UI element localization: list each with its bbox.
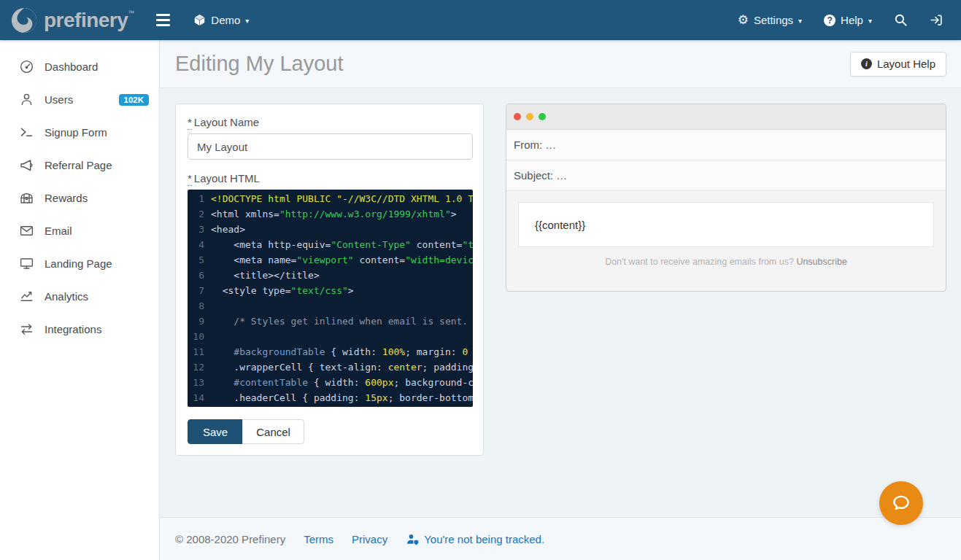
layout-help-button[interactable]: i Layout Help xyxy=(850,52,946,77)
unsubscribe-text: Don't want to receive amazing emails fro… xyxy=(605,257,796,267)
traffic-light-red-icon xyxy=(514,113,521,120)
preview-titlebar xyxy=(506,104,946,130)
sidebar-item-label: Dashboard xyxy=(45,61,98,73)
brand-logo[interactable]: prefinery ™ xyxy=(0,7,134,34)
sidebar-item-signup-form[interactable]: Signup Form xyxy=(0,116,159,149)
content-area: *Layout Name *Layout HTML 1<!DOCTYPE htm… xyxy=(160,88,961,517)
traffic-light-yellow-icon xyxy=(526,113,533,120)
required-marker: * xyxy=(188,116,192,130)
sidebar-item-label: Analytics xyxy=(45,290,88,303)
sidebar-item-label: Referral Page xyxy=(45,159,112,171)
code-editor[interactable]: 1<!DOCTYPE html PUBLIC "-//W3C//DTD XHTM… xyxy=(188,190,473,407)
trademark-symbol: ™ xyxy=(128,9,134,17)
brand-name: prefinery xyxy=(44,7,128,34)
traffic-light-green-icon xyxy=(539,113,546,120)
sidebar-item-users[interactable]: Users 102K xyxy=(0,83,159,116)
navbar: prefinery ™ Demo ▾ ⚙ Settings ▾ ? Help ▾ xyxy=(0,0,961,40)
user-icon xyxy=(18,92,35,107)
not-tracked-label: You're not being tracked. xyxy=(424,533,544,545)
layout-edit-card: *Layout Name *Layout HTML 1<!DOCTYPE htm… xyxy=(175,104,484,456)
users-count-badge: 102K xyxy=(119,94,150,106)
terms-link[interactable]: Terms xyxy=(304,533,333,545)
preview-subject-row: Subject: … xyxy=(506,160,946,191)
help-label: Help xyxy=(841,14,863,26)
layout-html-label: *Layout HTML xyxy=(188,172,471,184)
cube-icon xyxy=(193,14,206,26)
content-placeholder-box: {{content}} xyxy=(518,202,934,247)
gear-icon: ⚙ xyxy=(738,14,749,26)
chat-bubble-icon xyxy=(890,492,912,514)
demo-dropdown[interactable]: Demo ▾ xyxy=(193,14,249,26)
settings-dropdown[interactable]: ⚙ Settings ▾ xyxy=(738,14,802,26)
main-area: Editing My Layout i Layout Help *Layout … xyxy=(160,40,961,560)
sidebar-item-email[interactable]: Email xyxy=(0,214,159,247)
sidebar-item-label: Signup Form xyxy=(45,126,107,139)
sidebar-item-label: Users xyxy=(45,93,73,106)
chevron-down-icon: ▾ xyxy=(798,17,802,25)
envelope-icon xyxy=(18,223,35,238)
sign-out-icon xyxy=(930,13,943,27)
megaphone-icon xyxy=(18,158,35,173)
required-marker: * xyxy=(188,172,192,186)
layout-name-label: *Layout Name xyxy=(188,116,471,128)
desktop-icon xyxy=(18,256,35,271)
subject-label: Subject: … xyxy=(514,169,567,182)
question-circle-icon: ? xyxy=(824,15,835,26)
unsubscribe-link[interactable]: Unsubscribe xyxy=(796,257,846,267)
exchange-arrows-icon xyxy=(18,322,35,337)
chevron-down-icon: ▾ xyxy=(245,17,249,25)
sidebar-item-integrations[interactable]: Integrations xyxy=(0,313,159,346)
search-icon xyxy=(894,13,908,27)
content-placeholder: {{content}} xyxy=(535,219,585,231)
prefinery-swirl-icon xyxy=(10,7,38,34)
sidebar: Dashboard Users 102K Signup Form Referra… xyxy=(0,40,160,560)
sidebar-item-rewards[interactable]: Rewards xyxy=(0,182,159,214)
chart-line-icon xyxy=(18,289,35,304)
code-editor-lines: 1<!DOCTYPE html PUBLIC "-//W3C//DTD XHTM… xyxy=(188,191,473,405)
page-title: Editing My Layout xyxy=(175,52,344,76)
sidebar-item-label: Rewards xyxy=(45,192,88,204)
preview-from-row: From: … xyxy=(506,130,946,160)
copyright-text: © 2008-2020 Prefinery xyxy=(175,533,285,545)
user-shield-icon xyxy=(406,532,420,546)
layout-name-input[interactable] xyxy=(188,133,473,160)
tachometer-icon xyxy=(18,59,35,74)
sidebar-item-label: Email xyxy=(45,225,72,237)
search-button[interactable] xyxy=(894,13,908,27)
hamburger-menu-icon[interactable] xyxy=(153,11,173,29)
email-preview-card: From: … Subject: … {{content}} Don't wan… xyxy=(506,104,946,292)
layout-help-label: Layout Help xyxy=(877,58,935,70)
chat-beacon-button[interactable] xyxy=(879,481,923,525)
help-dropdown[interactable]: ? Help ▾ xyxy=(824,14,872,26)
sidebar-item-analytics[interactable]: Analytics xyxy=(0,280,159,313)
cancel-button[interactable]: Cancel xyxy=(242,419,304,444)
privacy-link[interactable]: Privacy xyxy=(352,533,387,545)
footer: © 2008-2020 Prefinery Terms Privacy You'… xyxy=(160,517,961,560)
terminal-icon xyxy=(18,125,35,140)
sidebar-item-landing-page[interactable]: Landing Page xyxy=(0,247,159,280)
chevron-down-icon: ▾ xyxy=(868,17,872,25)
sidebar-item-label: Integrations xyxy=(45,323,101,335)
save-button[interactable]: Save xyxy=(188,419,243,444)
from-label: From: … xyxy=(514,139,556,151)
sidebar-item-referral-page[interactable]: Referral Page xyxy=(0,149,159,182)
unsubscribe-line: Don't want to receive amazing emails fro… xyxy=(506,257,946,267)
treasure-chest-icon xyxy=(18,190,35,206)
demo-label: Demo xyxy=(211,14,240,26)
page-header: Editing My Layout i Layout Help xyxy=(160,40,961,88)
form-actions: Save Cancel xyxy=(188,419,471,444)
sign-out-button[interactable] xyxy=(930,13,943,27)
preview-body: {{content}} Don't want to receive amazin… xyxy=(506,191,946,292)
not-tracked-link[interactable]: You're not being tracked. xyxy=(406,532,544,546)
info-circle-icon: i xyxy=(861,58,872,69)
settings-label: Settings xyxy=(754,14,793,26)
sidebar-item-label: Landing Page xyxy=(45,257,112,270)
sidebar-item-dashboard[interactable]: Dashboard xyxy=(0,50,159,83)
